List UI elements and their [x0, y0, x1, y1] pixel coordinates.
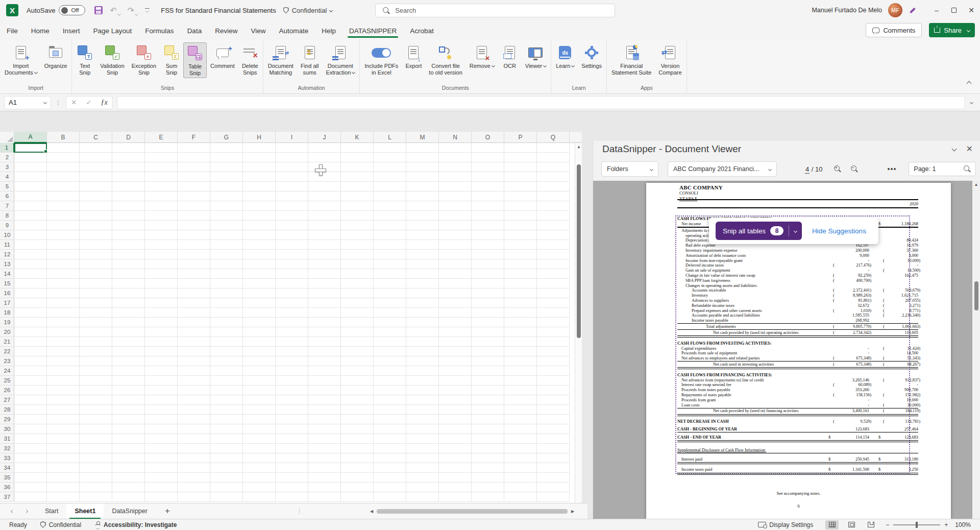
column-header-C[interactable]: C: [80, 132, 112, 143]
column-header-O[interactable]: O: [472, 132, 504, 143]
row-header-1[interactable]: 1: [0, 143, 14, 153]
row-header-21[interactable]: 21: [0, 337, 14, 347]
prev-sheet-icon[interactable]: [11, 509, 14, 513]
expand-formula-bar-icon[interactable]: [970, 101, 973, 104]
column-header-Q[interactable]: Q: [537, 132, 570, 143]
sum-snip-button[interactable]: Σ SumSnip: [160, 42, 183, 77]
panel-close-icon[interactable]: ✕: [966, 144, 973, 154]
column-header-N[interactable]: N: [439, 132, 472, 143]
row-header-8[interactable]: 8: [0, 211, 14, 221]
zoom-slider-thumb[interactable]: [916, 522, 918, 528]
zoom-slider[interactable]: [893, 524, 940, 525]
next-sheet-icon[interactable]: [24, 509, 28, 513]
share-chevron-icon[interactable]: [967, 28, 970, 32]
row-header-33[interactable]: 33: [0, 453, 14, 463]
sheet-tab-datasnipper[interactable]: DataSnipper: [104, 503, 156, 519]
column-header-I[interactable]: I: [276, 132, 308, 143]
avatar[interactable]: MF: [888, 3, 902, 17]
row-header-25[interactable]: 25: [0, 376, 14, 386]
validation-snip-button[interactable]: ✓ ValidationSnip: [96, 42, 128, 77]
tab-review[interactable]: Review: [208, 22, 244, 38]
vertical-scrollbar-thumb[interactable]: [577, 164, 581, 338]
enter-icon[interactable]: ✓: [86, 99, 91, 106]
learn-button[interactable]: ds Learn: [552, 42, 578, 70]
tab-datasnipper[interactable]: DATASNIPPER: [342, 22, 403, 38]
row-header-10[interactable]: 10: [0, 230, 14, 240]
scroll-up-icon[interactable]: ▲: [575, 143, 582, 150]
autosave-control[interactable]: AutoSave Off: [27, 5, 85, 15]
tab-formulas[interactable]: Formulas: [138, 22, 180, 38]
row-header-4[interactable]: 4: [0, 172, 14, 182]
tab-page-layout[interactable]: Page Layout: [87, 22, 139, 38]
export-button[interactable]: ↓ Export: [402, 42, 425, 70]
comment-button[interactable]: Comment: [207, 42, 238, 70]
vertical-scrollbar[interactable]: ▲ ▼: [575, 143, 582, 519]
column-header-A[interactable]: A: [14, 132, 47, 143]
row-header-5[interactable]: 5: [0, 182, 14, 191]
row-header-29[interactable]: 29: [0, 415, 14, 424]
search-input[interactable]: Search: [375, 4, 615, 17]
text-snip-button[interactable]: T TextSnip: [73, 42, 96, 77]
row-header-6[interactable]: 6: [0, 191, 14, 201]
scroll-left-icon[interactable]: ◀: [368, 509, 376, 514]
sheet-tab-sheet1[interactable]: Sheet1: [66, 503, 104, 519]
table-snip-button[interactable]: TableSnip: [183, 42, 207, 78]
row-header-26[interactable]: 26: [0, 386, 14, 395]
row-header-18[interactable]: 18: [0, 308, 14, 318]
insert-function-icon[interactable]: ƒx: [101, 99, 108, 107]
remove-button[interactable]: × Remove: [466, 42, 498, 70]
column-header-F[interactable]: F: [178, 132, 210, 143]
horizontal-scrollbar-thumb[interactable]: [377, 509, 568, 514]
tab-insert[interactable]: Insert: [56, 22, 87, 38]
ocr-button[interactable]: OCR: [498, 42, 522, 70]
document-extraction-button[interactable]: DocumentExtraction: [322, 42, 358, 77]
panel-collapse-icon[interactable]: [951, 147, 957, 152]
column-header-H[interactable]: H: [243, 132, 276, 143]
find-all-sums-button[interactable]: Σ Find allsums: [297, 42, 322, 77]
user-name[interactable]: Manuel Furtado De Melo: [812, 7, 882, 14]
row-header-11[interactable]: 11: [0, 240, 14, 250]
select-all-corner[interactable]: [0, 132, 14, 143]
include-pdfs-in-excel-button[interactable]: Include PDFsin Excel: [361, 42, 402, 77]
tab-help[interactable]: Help: [315, 22, 342, 38]
viewer-button[interactable]: Viewer: [522, 42, 550, 70]
page-search-input[interactable]: Page: 1: [909, 162, 976, 176]
convert-file-to-old-version-button[interactable]: Convert fileto old version: [425, 42, 465, 77]
row-header-9[interactable]: 9: [0, 221, 14, 230]
row-header-19[interactable]: 19: [0, 318, 14, 327]
status-sensitivity[interactable]: Confidential: [40, 521, 81, 528]
row-header-13[interactable]: 13: [0, 259, 14, 269]
page-layout-view-button[interactable]: [845, 520, 858, 529]
redo-chevron-icon[interactable]: [135, 12, 138, 15]
financial-statement-suite-button[interactable]: FinancialStatement Suite: [608, 42, 655, 77]
row-header-36[interactable]: 36: [0, 483, 14, 492]
zoom-out-button[interactable]: −: [886, 521, 889, 528]
row-header-24[interactable]: 24: [0, 366, 14, 376]
row-header-31[interactable]: 31: [0, 434, 14, 444]
sensitivity-label[interactable]: Confidential: [283, 7, 333, 14]
document-matching-button[interactable]: ⇄ DocumentMatching: [264, 42, 297, 77]
normal-view-button[interactable]: [825, 520, 839, 529]
tab-home[interactable]: Home: [24, 22, 56, 38]
row-header-22[interactable]: 22: [0, 347, 14, 356]
row-header-32[interactable]: 32: [0, 444, 14, 453]
snip-all-tables-button[interactable]: Snip all tables 8: [716, 222, 802, 240]
name-box[interactable]: A1: [4, 96, 51, 109]
row-header-15[interactable]: 15: [0, 279, 14, 288]
panel-splitter[interactable]: [582, 132, 587, 519]
row-header-27[interactable]: 27: [0, 395, 14, 405]
cancel-icon[interactable]: ✕: [71, 99, 77, 106]
import-documents-button[interactable]: + ImportDocuments: [1, 42, 41, 77]
delete-snips-button[interactable]: DeleteSnips: [238, 42, 262, 77]
row-header-3[interactable]: 3: [0, 162, 14, 172]
organize-button[interactable]: Organize: [41, 42, 71, 70]
row-header-30[interactable]: 30: [0, 424, 14, 434]
add-sheet-button[interactable]: +: [156, 503, 179, 519]
sensitivity-chevron-icon[interactable]: [329, 8, 333, 12]
spreadsheet-grid[interactable]: [14, 143, 570, 502]
document-viewer[interactable]: ABC COMPANY CONSOLI YEARS E 2020 CASH FL…: [593, 181, 980, 519]
column-header-P[interactable]: P: [504, 132, 537, 143]
row-header-17[interactable]: 17: [0, 298, 14, 308]
more-options-icon[interactable]: •••: [888, 165, 897, 173]
row-header-20[interactable]: 20: [0, 327, 14, 337]
